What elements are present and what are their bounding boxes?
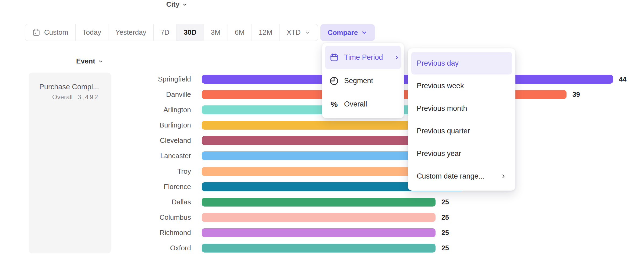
segment-icon [330, 76, 339, 86]
event-column-header[interactable]: Event [76, 57, 103, 65]
date-range-today[interactable]: Today [76, 24, 108, 41]
submenu-item-previous-month[interactable]: Previous month [411, 97, 512, 120]
bar-value: 39 [572, 90, 580, 99]
date-range-6m[interactable]: 6M [228, 24, 252, 41]
bar-value: 25 [441, 198, 449, 207]
chevron-right-icon [394, 55, 400, 61]
submenu-item-previous-day[interactable]: Previous day [411, 52, 512, 74]
toolbar-label: Custom [44, 28, 68, 37]
city-column-header[interactable]: City [166, 0, 357, 9]
bar[interactable] [202, 228, 436, 237]
menu-item-time-period[interactable]: Time Period [325, 46, 401, 69]
event-card[interactable]: Purchase Compl... Overall3,492 [29, 73, 111, 253]
date-range-yesterday[interactable]: Yesterday [108, 24, 154, 41]
chevron-down-icon [305, 30, 311, 35]
date-range-30d[interactable]: 30D [177, 24, 204, 41]
time-period-submenu: Previous day Previous week Previous mont… [408, 48, 515, 191]
submenu-item-previous-week[interactable]: Previous week [411, 74, 512, 97]
calendar-icon [330, 53, 339, 62]
date-range-7d[interactable]: 7D [154, 24, 177, 41]
chevron-down-icon [182, 2, 187, 7]
compare-button[interactable]: Compare [320, 24, 375, 41]
bar[interactable] [202, 213, 436, 222]
chevron-down-icon [361, 29, 367, 36]
date-range-12m[interactable]: 12M [252, 24, 280, 41]
chevron-right-icon [501, 173, 507, 179]
bar-value: 25 [441, 213, 449, 222]
menu-item-overall[interactable]: % Overall [325, 93, 401, 116]
analytics-screen: Springfield 44 Danville 39 Arlington Bur… [0, 0, 644, 270]
submenu-item-previous-year[interactable]: Previous year [411, 142, 512, 165]
submenu-item-previous-quarter[interactable]: Previous quarter [411, 120, 512, 142]
bar-value: 44 [619, 75, 627, 84]
bar[interactable] [202, 198, 436, 207]
date-range-xtd[interactable]: XTD [279, 24, 318, 41]
bar-value: 25 [441, 244, 449, 253]
bar[interactable] [202, 75, 613, 84]
menu-item-segment[interactable]: Segment [325, 69, 401, 93]
event-overall: Overall3,492 [34, 93, 99, 101]
chevron-down-icon [98, 59, 103, 64]
submenu-item-custom-date-range[interactable]: Custom date range... [411, 165, 512, 187]
bar-value: 25 [441, 228, 449, 237]
date-range-custom[interactable]: Custom [25, 24, 76, 41]
calendar-icon [32, 29, 40, 37]
percent-icon: % [330, 100, 339, 109]
date-range-toolbar: Custom Today Yesterday 7D 30D 3M 6M 12M … [25, 24, 318, 41]
compare-menu: Time Period Segment % Overall [322, 43, 404, 118]
bar[interactable] [202, 244, 436, 253]
event-name: Purchase Compl... [34, 82, 99, 91]
date-range-3m[interactable]: 3M [204, 24, 228, 41]
